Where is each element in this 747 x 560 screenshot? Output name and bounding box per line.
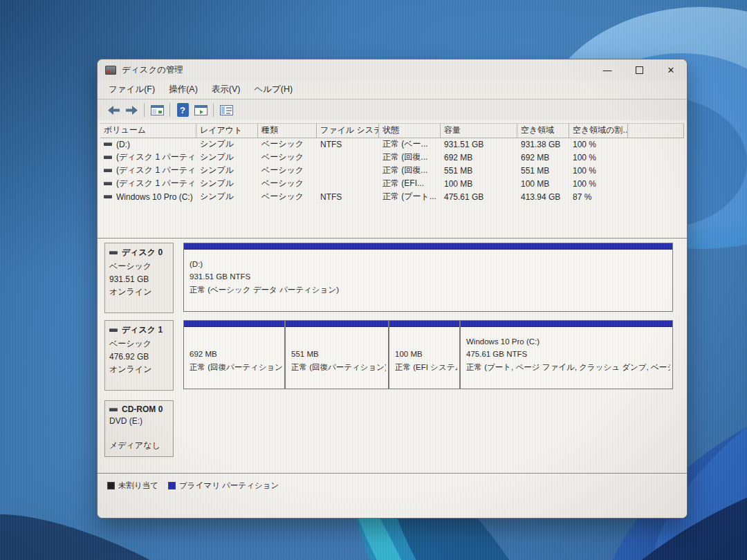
- content-area: ボリューム レイアウト 種類 ファイル システム 状態 容量 空き領域 空き領域…: [98, 120, 687, 518]
- volume-name: (ディスク 1 パーティシ...: [116, 151, 196, 163]
- volume-name: (ディスク 1 パーティシ...: [116, 165, 196, 176]
- volume-row[interactable]: (ディスク 1 パーティシ... シンプル ベーシック 正常 (EFI... 1…: [100, 177, 684, 190]
- volume-row[interactable]: (D:) シンプル ベーシック NTFS 正常 (ベー... 931.51 GB…: [100, 138, 684, 151]
- partition-efi[interactable]: 100 MB 正常 (EFI システム パーティション): [389, 320, 460, 389]
- action-pane-button[interactable]: [192, 102, 210, 118]
- disk-icon: [109, 251, 118, 254]
- partition-status: 正常 (ブート, ページ ファイル, クラッシュ ダンプ, ベーシック データ …: [466, 362, 670, 373]
- forward-arrow-icon: [126, 106, 138, 115]
- menu-action[interactable]: 操作(A): [162, 81, 205, 98]
- window-title: ディスクの管理: [122, 64, 183, 76]
- column-volume[interactable]: ボリューム: [100, 124, 196, 138]
- cdrom-icon: [109, 408, 118, 411]
- properties-button[interactable]: [217, 102, 235, 118]
- minimize-button[interactable]: —: [591, 59, 623, 80]
- disk-size: 931.51 GB: [109, 274, 173, 284]
- disk1-header[interactable]: ディスク 1 ベーシック 476.92 GB オンライン: [104, 320, 174, 391]
- toolbar-separator: [213, 103, 214, 117]
- column-filesystem[interactable]: ファイル システム: [317, 124, 379, 138]
- disk0-partitions: (D:) 931.51 GB NTFS 正常 (ベーシック データ パーティショ…: [183, 243, 673, 315]
- partition-status: 正常 (回復パーティション): [190, 362, 282, 373]
- back-button[interactable]: [104, 102, 122, 118]
- disk-name: ディスク 0: [122, 247, 163, 259]
- disk-type: ベーシック: [109, 338, 173, 350]
- partition-c[interactable]: Windows 10 Pro (C:) 475.61 GB NTFS 正常 (ブ…: [460, 320, 673, 389]
- volume-list: (D:) シンプル ベーシック NTFS 正常 (ベー... 931.51 GB…: [100, 138, 684, 203]
- partition-status: 正常 (EFI システム パーティション): [395, 362, 457, 373]
- column-free-space[interactable]: 空き領域: [517, 124, 569, 138]
- primary-partition-strip: [461, 321, 672, 327]
- disk-row-1: ディスク 1 ベーシック 476.92 GB オンライン 692 MB 正常 (…: [104, 320, 680, 392]
- toolbar: ?: [98, 100, 687, 121]
- menu-view[interactable]: 表示(V): [205, 81, 248, 98]
- volume-list-header: ボリューム レイアウト 種類 ファイル システム 状態 容量 空き領域 空き領域…: [100, 123, 684, 138]
- volume-name: (ディスク 1 パーティシ...: [116, 178, 196, 189]
- menu-file[interactable]: ファイル(F): [102, 81, 162, 98]
- help-icon: ?: [177, 103, 189, 117]
- legend-separator: [98, 473, 687, 474]
- disk-status: オンライン: [109, 364, 173, 375]
- forward-button[interactable]: [122, 102, 140, 118]
- menu-help[interactable]: ヘルプ(H): [247, 81, 299, 98]
- cdrom-header[interactable]: CD-ROM 0 DVD (E:) メディアなし: [104, 400, 174, 457]
- properties-icon: [220, 105, 233, 115]
- titlebar[interactable]: ディスクの管理 — ✕: [98, 59, 687, 80]
- partition-d[interactable]: (D:) 931.51 GB NTFS 正常 (ベーシック データ パーティショ…: [183, 243, 673, 312]
- partition-title: Windows 10 Pro (C:): [466, 337, 670, 346]
- column-status[interactable]: 状態: [379, 124, 441, 138]
- partition-size: 931.51 GB NTFS: [190, 272, 670, 281]
- disk-size: 476.92 GB: [109, 352, 173, 362]
- partition-title: (D:): [190, 260, 670, 268]
- primary-partition-strip: [389, 321, 459, 327]
- console-tree-button[interactable]: [148, 102, 166, 118]
- disk-row-0: ディスク 0 ベーシック 931.51 GB オンライン (D:) 931.51…: [104, 243, 680, 315]
- partition-recovery-2[interactable]: 551 MB 正常 (回復パーティション): [285, 320, 389, 389]
- volume-row[interactable]: Windows 10 Pro (C:) シンプル ベーシック NTFS 正常 (…: [100, 190, 684, 203]
- console-action-icon: [194, 105, 208, 115]
- column-type[interactable]: 種類: [258, 124, 317, 138]
- column-spacer: [628, 124, 684, 138]
- partition-status: 正常 (ベーシック データ パーティション): [190, 285, 670, 295]
- disk-type: ベーシック: [109, 261, 173, 272]
- unallocated-swatch-icon: [107, 482, 115, 489]
- volume-row[interactable]: (ディスク 1 パーティシ... シンプル ベーシック 正常 (回復... 55…: [100, 164, 684, 177]
- disk0-header[interactable]: ディスク 0 ベーシック 931.51 GB オンライン: [104, 243, 174, 313]
- back-arrow-icon: [108, 106, 120, 115]
- maximize-icon: [636, 66, 643, 74]
- partition-size: 692 MB: [190, 350, 282, 358]
- partition-size: 100 MB: [395, 350, 457, 358]
- desktop: ディスクの管理 — ✕ ファイル(F) 操作(A) 表示(V) ヘルプ(H): [0, 0, 747, 560]
- volume-name: Windows 10 Pro (C:): [116, 192, 193, 202]
- minimize-icon: —: [603, 65, 612, 75]
- column-capacity[interactable]: 容量: [441, 124, 517, 138]
- volume-icon: [104, 195, 112, 198]
- volume-icon: [104, 142, 112, 146]
- volume-row[interactable]: (ディスク 1 パーティシ... シンプル ベーシック 正常 (回復... 69…: [100, 151, 684, 164]
- legend-primary-partition: プライマリ パーティション: [168, 480, 279, 491]
- toolbar-separator: [144, 103, 145, 117]
- primary-partition-strip: [184, 243, 672, 250]
- volume-icon: [104, 169, 112, 172]
- toolbar-separator: [169, 103, 170, 117]
- close-button[interactable]: ✕: [655, 59, 687, 80]
- close-icon: ✕: [667, 65, 675, 75]
- menu-bar: ファイル(F) 操作(A) 表示(V) ヘルプ(H): [98, 80, 687, 100]
- partition-status: 正常 (回復パーティション): [291, 362, 386, 373]
- pane-splitter[interactable]: [98, 238, 687, 239]
- help-button[interactable]: ?: [174, 102, 192, 118]
- primary-partition-strip: [184, 321, 284, 327]
- partition-size: 551 MB: [291, 350, 386, 358]
- maximize-button[interactable]: [623, 59, 655, 80]
- primary-partition-swatch-icon: [168, 482, 176, 489]
- console-window-icon: [151, 105, 164, 115]
- column-free-pct[interactable]: 空き領域の割...: [569, 124, 628, 138]
- cdrom-drive-letter: DVD (E:): [109, 416, 173, 426]
- disk-status: オンライン: [109, 286, 173, 298]
- partition-size: 475.61 GB NTFS: [466, 350, 670, 358]
- column-layout[interactable]: レイアウト: [196, 124, 258, 138]
- disk1-partitions: 692 MB 正常 (回復パーティション) 551 MB 正常 (回復パーティシ…: [183, 320, 673, 392]
- legend: 未割り当て プライマリ パーティション: [107, 480, 279, 491]
- cdrom-media-status: メディアなし: [109, 440, 173, 451]
- partition-recovery-1[interactable]: 692 MB 正常 (回復パーティション): [183, 320, 285, 389]
- disk-icon: [109, 328, 118, 332]
